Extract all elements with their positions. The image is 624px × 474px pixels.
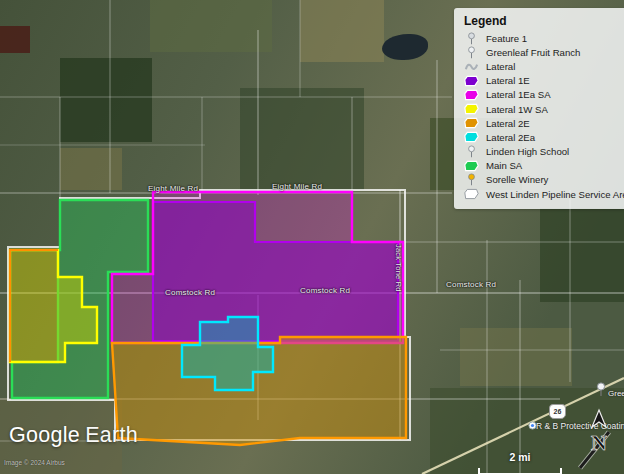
scale-line (478, 467, 562, 474)
google-earth-logo: GoogleEarth (9, 423, 138, 448)
highway-26-shield: 26 (549, 404, 566, 419)
road-label-comstock-w: Comstock Rd (165, 288, 215, 297)
scale-label: 2 mi (478, 451, 562, 463)
polygon-swatch-icon (464, 131, 479, 143)
legend-item-feature-1: Feature 1 (464, 31, 618, 45)
greenleaf-pin[interactable] (595, 382, 607, 397)
legend-item-sorelle-winery: Sorelle Winery (464, 173, 618, 187)
polygon-swatch-icon (464, 117, 479, 129)
polygon-swatch-icon (464, 103, 479, 115)
lateral-line-icon (464, 60, 479, 73)
scale-bar: 2 mi (478, 451, 562, 474)
legend-item-greenleaf: Greenleaf Fruit Ranch (464, 45, 618, 59)
polygon-swatch-icon (464, 89, 479, 101)
legend-item-west-linden-service-area: West Linden Pipeline Service Area (464, 187, 618, 201)
google-earth-window: Eight Mile Rd Eight Mile Rd Comstock Rd … (0, 0, 624, 474)
road-label-comstock-c: Comstock Rd (300, 286, 350, 295)
legend-panel: Legend Feature 1 Greenleaf Fruit Ranch L… (454, 8, 624, 209)
legend-item-linden-high-school: Linden High School (464, 145, 618, 159)
road-label-comstock-e: Comstock Rd (446, 280, 496, 289)
legend-item-lateral-2ea: Lateral 2Ea (464, 130, 618, 144)
legend-item-main-sa: Main SA (464, 159, 618, 173)
legend-item-lateral: Lateral (464, 59, 618, 73)
imagery-attribution: Image © 2024 Airbus (4, 459, 65, 466)
polygon-swatch-icon (464, 160, 479, 172)
road-label-jack-tone: Jack Tone Rd (394, 244, 403, 292)
polygon-swatch-icon (464, 75, 479, 87)
pushpin-icon (464, 173, 479, 186)
pushpin-icon (464, 32, 479, 45)
legend-item-lateral-2e: Lateral 2E (464, 116, 618, 130)
road-label-eight-mile-w: Eight Mile Rd (148, 184, 198, 193)
compass-north-icon[interactable]: N (576, 408, 622, 472)
legend-item-lateral-1e: Lateral 1E (464, 74, 618, 88)
poi-label-clipped: Gree (608, 389, 624, 398)
polygon-swatch-icon (464, 188, 479, 200)
pushpin-icon (464, 46, 479, 59)
legend-title: Legend (464, 14, 618, 28)
pushpin-icon (464, 145, 479, 158)
legend-item-lateral-1w-sa: Lateral 1W SA (464, 102, 618, 116)
svg-text:N: N (591, 430, 607, 455)
business-marker[interactable] (528, 421, 537, 430)
road-label-eight-mile-e: Eight Mile Rd (272, 182, 322, 191)
legend-item-lateral-1ea-sa: Lateral 1Ea SA (464, 88, 618, 102)
